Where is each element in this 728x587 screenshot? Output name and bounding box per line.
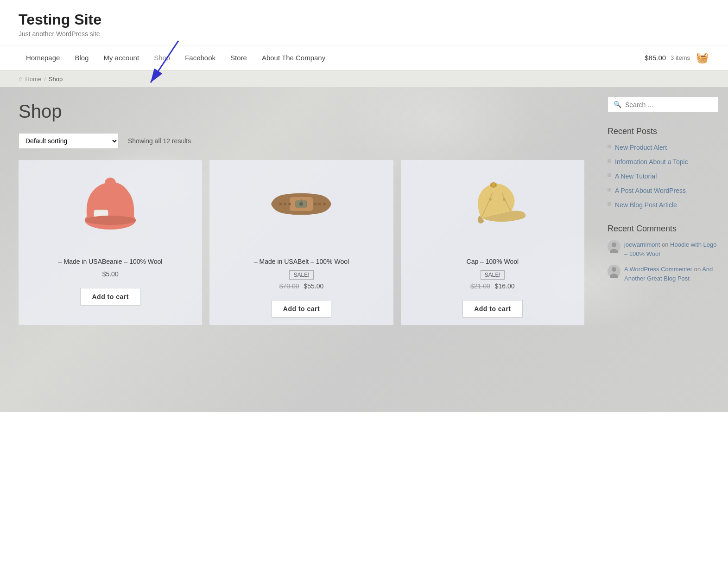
search-input[interactable]: [625, 101, 713, 108]
post-link-info-topic[interactable]: Information About a Topic: [615, 157, 688, 167]
svg-point-4: [105, 178, 116, 189]
product-price-beanie: $5.00: [26, 270, 195, 278]
post-link-new-product[interactable]: New Product Alert: [615, 143, 667, 153]
cap-image: [456, 169, 530, 243]
main-content: Shop Default sorting Sort by popularity …: [0, 87, 728, 412]
svg-point-10: [279, 203, 282, 205]
recent-posts-section: Recent Posts New Product Alert Informati…: [608, 127, 719, 210]
product-image-wrap-beanie: [19, 160, 202, 253]
list-item: New Product Alert: [608, 143, 719, 153]
shop-title: Shop: [19, 101, 584, 122]
list-item: Information About a Topic: [608, 157, 719, 167]
breadcrumb: ⌂ Home / Shop: [0, 70, 728, 87]
comment-avatar-1: [608, 240, 620, 253]
cart-items-count: 3 items: [671, 54, 690, 61]
nav-facebook[interactable]: Facebook: [177, 45, 223, 70]
product-card-cap: Cap – 100% Wool SALE! $21.00 $16.00 Add …: [401, 160, 584, 325]
svg-point-24: [612, 267, 616, 272]
svg-point-19: [491, 183, 496, 187]
comment-avatar-2: [608, 265, 620, 278]
breadcrumb-current: Shop: [49, 76, 63, 83]
cart-icon-wrap[interactable]: 🧺: [695, 51, 709, 65]
comment-text-1: joewarnimont on Hoodie with Logo – 100% …: [624, 240, 719, 258]
post-link-blog-article[interactable]: New Blog Post Article: [615, 200, 677, 210]
product-name-cap: Cap – 100% Wool: [408, 257, 577, 267]
comment-item-2: A WordPress Commenter on And Another Gre…: [608, 265, 719, 283]
add-to-cart-beanie[interactable]: Add to cart: [80, 288, 140, 306]
search-icon: 🔍: [614, 101, 621, 108]
post-bullet-icon: [608, 188, 611, 191]
product-price-cap: $21.00 $16.00: [408, 282, 577, 290]
nav-blog[interactable]: Blog: [67, 45, 96, 70]
product-image-wrap-cap: [401, 160, 584, 253]
post-link-wordpress[interactable]: A Post About WordPress: [615, 186, 686, 196]
nav-homepage[interactable]: Homepage: [19, 45, 67, 70]
post-bullet-icon: [608, 173, 611, 177]
svg-point-5: [85, 216, 136, 225]
product-info-beanie: – Made in USABeanie – 100% Wool $5.00: [19, 253, 202, 284]
cart-info: $85.00 3 items 🧺: [645, 51, 709, 65]
home-icon: ⌂: [19, 75, 22, 83]
cart-price: $85.00: [645, 54, 666, 62]
avatar-icon-1: [608, 240, 620, 253]
svg-point-12: [288, 203, 291, 205]
product-info-belt: – Made in USABelt – 100% Wool SALE! $70.…: [209, 253, 393, 296]
product-price-belt: $70.00 $55.00: [217, 282, 386, 290]
product-card-beanie: – Made in USABeanie – 100% Wool $5.00 Ad…: [19, 160, 202, 325]
sidebar: 🔍 Recent Posts New Product Alert Informa…: [598, 87, 728, 412]
svg-point-8: [299, 202, 303, 206]
add-to-cart-belt[interactable]: Add to cart: [272, 300, 331, 318]
post-link-new-tutorial[interactable]: A New Tutorial: [615, 172, 657, 181]
comment-author-2[interactable]: A WordPress Commenter: [624, 266, 692, 273]
site-header: Testing Site Just another WordPress site: [0, 0, 728, 45]
comment-on-1: on: [662, 241, 670, 248]
add-to-cart-cap[interactable]: Add to cart: [462, 300, 522, 318]
svg-point-11: [284, 203, 286, 205]
post-bullet-icon: [608, 202, 611, 206]
product-image-wrap-belt: [209, 160, 393, 253]
sale-price-cap: $16.00: [495, 282, 515, 290]
results-text: Showing all 12 results: [128, 137, 191, 145]
svg-point-17: [489, 198, 492, 201]
nav-shop[interactable]: Shop: [146, 45, 177, 70]
product-name-beanie: – Made in USABeanie – 100% Wool: [26, 257, 195, 267]
original-price-cap: $21.00: [470, 282, 490, 290]
post-bullet-icon: [608, 145, 611, 148]
nav-myaccount[interactable]: My account: [96, 45, 146, 70]
list-item: A New Tutorial: [608, 172, 719, 181]
svg-point-13: [314, 203, 317, 205]
recent-comments-title: Recent Comments: [608, 224, 719, 234]
nav-store[interactable]: Store: [223, 45, 254, 70]
list-item: New Blog Post Article: [608, 200, 719, 210]
original-price-belt: $70.00: [279, 282, 299, 290]
list-item: A Post About WordPress: [608, 186, 719, 196]
comment-text-2: A WordPress Commenter on And Another Gre…: [624, 265, 719, 283]
post-bullet-icon: [608, 159, 611, 163]
comment-author-1[interactable]: joewarnimont: [624, 241, 660, 248]
sale-badge-cap: SALE!: [481, 270, 505, 280]
svg-point-18: [503, 198, 506, 201]
shop-area: Shop Default sorting Sort by popularity …: [0, 87, 598, 412]
sale-badge-belt: SALE!: [289, 270, 313, 280]
shop-controls: Default sorting Sort by popularity Sort …: [19, 133, 584, 149]
products-grid: – Made in USABeanie – 100% Wool $5.00 Ad…: [19, 160, 584, 325]
avatar-icon-2: [608, 265, 620, 278]
nav-links: Homepage Blog My account Shop Facebook S…: [19, 45, 645, 70]
cart-basket-icon[interactable]: 🧺: [696, 52, 709, 64]
svg-point-15: [323, 203, 326, 205]
breadcrumb-home-link[interactable]: Home: [25, 76, 41, 83]
svg-point-21: [612, 242, 616, 247]
sort-select[interactable]: Default sorting Sort by popularity Sort …: [19, 133, 119, 149]
nav-about[interactable]: About The Company: [254, 45, 333, 70]
recent-posts-title: Recent Posts: [608, 127, 719, 136]
svg-point-14: [318, 203, 321, 205]
site-tagline: Just another WordPress site: [19, 30, 709, 38]
sale-price-belt: $55.00: [304, 282, 323, 290]
search-box: 🔍: [608, 96, 719, 113]
comment-item-1: joewarnimont on Hoodie with Logo – 100% …: [608, 240, 719, 258]
site-title: Testing Site: [19, 11, 709, 28]
breadcrumb-separator: /: [44, 76, 46, 83]
comment-on-2: on: [694, 266, 702, 273]
site-nav: Homepage Blog My account Shop Facebook S…: [0, 45, 728, 70]
product-card-belt: – Made in USABelt – 100% Wool SALE! $70.…: [209, 160, 393, 325]
